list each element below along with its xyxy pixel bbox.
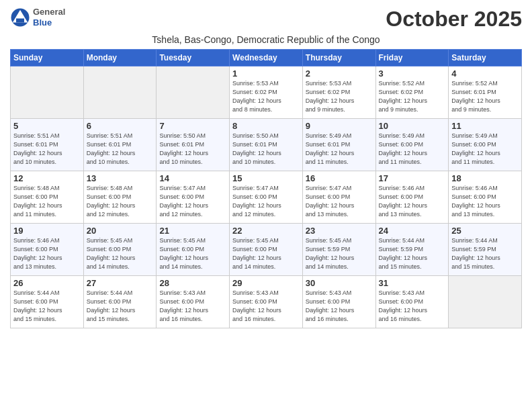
calendar-cell: 6Sunrise: 5:51 AM Sunset: 6:01 PM Daylig… (83, 119, 157, 171)
col-tuesday: Tuesday (157, 50, 230, 66)
cell-info: Sunrise: 5:50 AM Sunset: 6:01 PM Dayligh… (232, 132, 300, 167)
cell-info: Sunrise: 5:45 AM Sunset: 6:00 PM Dayligh… (232, 236, 300, 271)
calendar-cell: 9Sunrise: 5:49 AM Sunset: 6:01 PM Daylig… (302, 119, 375, 171)
calendar-cell: 11Sunrise: 5:49 AM Sunset: 6:00 PM Dayli… (449, 119, 522, 171)
calendar-cell: 10Sunrise: 5:49 AM Sunset: 6:00 PM Dayli… (375, 119, 449, 171)
col-sunday: Sunday (11, 50, 84, 66)
calendar-week-1: 5Sunrise: 5:51 AM Sunset: 6:01 PM Daylig… (11, 119, 522, 171)
day-number: 5 (13, 121, 81, 131)
cell-info: Sunrise: 5:47 AM Sunset: 6:00 PM Dayligh… (306, 184, 373, 219)
calendar-week-3: 19Sunrise: 5:46 AM Sunset: 6:00 PM Dayli… (11, 224, 522, 276)
cell-info: Sunrise: 5:43 AM Sunset: 6:00 PM Dayligh… (159, 289, 226, 324)
calendar-cell: 16Sunrise: 5:47 AM Sunset: 6:00 PM Dayli… (302, 171, 375, 224)
cell-info: Sunrise: 5:50 AM Sunset: 6:01 PM Dayligh… (159, 132, 226, 167)
cell-info: Sunrise: 5:53 AM Sunset: 6:02 PM Dayligh… (232, 79, 300, 114)
svg-rect-2 (16, 18, 24, 22)
calendar-cell: 7Sunrise: 5:50 AM Sunset: 6:01 PM Daylig… (157, 119, 230, 171)
calendar-header: Sunday Monday Tuesday Wednesday Thursday… (11, 50, 522, 66)
calendar-cell: 19Sunrise: 5:46 AM Sunset: 6:00 PM Dayli… (11, 224, 84, 276)
calendar-cell: 14Sunrise: 5:47 AM Sunset: 6:00 PM Dayli… (157, 171, 230, 224)
cell-info: Sunrise: 5:51 AM Sunset: 6:01 PM Dayligh… (87, 132, 154, 167)
subtitle: Tshela, Bas-Congo, Democratic Republic o… (10, 34, 522, 45)
day-number: 2 (306, 68, 373, 79)
day-number: 15 (232, 173, 300, 183)
calendar-cell (449, 276, 522, 328)
logo-blue-label: Blue (33, 17, 65, 28)
calendar-cell: 22Sunrise: 5:45 AM Sunset: 6:00 PM Dayli… (230, 224, 303, 276)
logo-text: General Blue (33, 7, 65, 28)
calendar-body: 1Sunrise: 5:53 AM Sunset: 6:02 PM Daylig… (11, 66, 522, 328)
calendar-cell (157, 66, 230, 119)
cell-info: Sunrise: 5:43 AM Sunset: 6:00 PM Dayligh… (232, 289, 300, 324)
cell-info: Sunrise: 5:44 AM Sunset: 5:59 PM Dayligh… (379, 236, 446, 271)
cell-info: Sunrise: 5:49 AM Sunset: 6:00 PM Dayligh… (379, 132, 446, 167)
day-number: 9 (306, 121, 373, 131)
cell-info: Sunrise: 5:44 AM Sunset: 5:59 PM Dayligh… (451, 236, 519, 271)
calendar-week-0: 1Sunrise: 5:53 AM Sunset: 6:02 PM Daylig… (11, 66, 522, 119)
cell-info: Sunrise: 5:43 AM Sunset: 6:00 PM Dayligh… (306, 289, 373, 324)
calendar-cell: 24Sunrise: 5:44 AM Sunset: 5:59 PM Dayli… (375, 224, 449, 276)
calendar-cell: 26Sunrise: 5:44 AM Sunset: 6:00 PM Dayli… (11, 276, 84, 328)
day-number: 26 (13, 278, 81, 288)
cell-info: Sunrise: 5:49 AM Sunset: 6:01 PM Dayligh… (306, 132, 373, 167)
day-number: 16 (306, 173, 373, 183)
day-number: 11 (451, 121, 519, 131)
day-number: 13 (87, 173, 154, 183)
cell-info: Sunrise: 5:45 AM Sunset: 6:00 PM Dayligh… (159, 236, 226, 271)
day-number: 19 (13, 226, 81, 236)
cell-info: Sunrise: 5:51 AM Sunset: 6:01 PM Dayligh… (13, 132, 81, 167)
calendar-cell (11, 66, 84, 119)
logo-general-label: General (33, 7, 65, 17)
cell-info: Sunrise: 5:45 AM Sunset: 6:00 PM Dayligh… (87, 236, 154, 271)
col-thursday: Thursday (302, 50, 375, 66)
calendar-cell: 23Sunrise: 5:45 AM Sunset: 5:59 PM Dayli… (302, 224, 375, 276)
calendar-cell: 27Sunrise: 5:44 AM Sunset: 6:00 PM Dayli… (83, 276, 157, 328)
calendar-cell: 30Sunrise: 5:43 AM Sunset: 6:00 PM Dayli… (302, 276, 375, 328)
calendar-cell: 3Sunrise: 5:52 AM Sunset: 6:02 PM Daylig… (375, 66, 449, 119)
cell-info: Sunrise: 5:49 AM Sunset: 6:00 PM Dayligh… (451, 132, 519, 167)
cell-info: Sunrise: 5:46 AM Sunset: 6:00 PM Dayligh… (451, 184, 519, 219)
day-number: 21 (159, 226, 226, 236)
calendar-cell: 4Sunrise: 5:52 AM Sunset: 6:01 PM Daylig… (449, 66, 522, 119)
calendar-cell: 17Sunrise: 5:46 AM Sunset: 6:00 PM Dayli… (375, 171, 449, 224)
cell-info: Sunrise: 5:44 AM Sunset: 6:00 PM Dayligh… (87, 289, 154, 324)
calendar-week-2: 12Sunrise: 5:48 AM Sunset: 6:00 PM Dayli… (11, 171, 522, 224)
calendar-cell: 20Sunrise: 5:45 AM Sunset: 6:00 PM Dayli… (83, 224, 157, 276)
day-number: 10 (379, 121, 446, 131)
cell-info: Sunrise: 5:45 AM Sunset: 5:59 PM Dayligh… (306, 236, 373, 271)
cell-info: Sunrise: 5:46 AM Sunset: 6:00 PM Dayligh… (13, 236, 81, 271)
col-friday: Friday (375, 50, 449, 66)
cell-info: Sunrise: 5:44 AM Sunset: 6:00 PM Dayligh… (13, 289, 81, 324)
day-number: 28 (159, 278, 226, 288)
logo-icon (10, 7, 30, 28)
page: General Blue October 2025 Tshela, Bas-Co… (0, 0, 532, 411)
calendar-cell: 8Sunrise: 5:50 AM Sunset: 6:01 PM Daylig… (230, 119, 303, 171)
day-number: 31 (379, 278, 446, 288)
calendar-cell: 2Sunrise: 5:53 AM Sunset: 6:02 PM Daylig… (302, 66, 375, 119)
calendar-cell: 12Sunrise: 5:48 AM Sunset: 6:00 PM Dayli… (11, 171, 84, 224)
col-wednesday: Wednesday (230, 50, 303, 66)
calendar-week-4: 26Sunrise: 5:44 AM Sunset: 6:00 PM Dayli… (11, 276, 522, 328)
logo: General Blue (10, 7, 65, 28)
calendar-cell: 5Sunrise: 5:51 AM Sunset: 6:01 PM Daylig… (11, 119, 84, 171)
day-number: 14 (159, 173, 226, 183)
calendar-cell: 18Sunrise: 5:46 AM Sunset: 6:00 PM Dayli… (449, 171, 522, 224)
day-number: 22 (232, 226, 300, 236)
day-number: 8 (232, 121, 300, 131)
day-number: 7 (159, 121, 226, 131)
day-number: 4 (451, 68, 519, 79)
calendar-table: Sunday Monday Tuesday Wednesday Thursday… (10, 49, 522, 328)
day-number: 18 (451, 173, 519, 183)
month-title: October 2025 (386, 7, 522, 32)
calendar-cell: 31Sunrise: 5:43 AM Sunset: 6:00 PM Dayli… (375, 276, 449, 328)
calendar-cell: 13Sunrise: 5:48 AM Sunset: 6:00 PM Dayli… (83, 171, 157, 224)
cell-info: Sunrise: 5:43 AM Sunset: 6:00 PM Dayligh… (379, 289, 446, 324)
day-number: 1 (232, 68, 300, 79)
calendar-cell: 25Sunrise: 5:44 AM Sunset: 5:59 PM Dayli… (449, 224, 522, 276)
day-number: 3 (379, 68, 446, 79)
cell-info: Sunrise: 5:53 AM Sunset: 6:02 PM Dayligh… (306, 79, 373, 114)
calendar-cell: 28Sunrise: 5:43 AM Sunset: 6:00 PM Dayli… (157, 276, 230, 328)
cell-info: Sunrise: 5:46 AM Sunset: 6:00 PM Dayligh… (379, 184, 446, 219)
day-number: 20 (87, 226, 154, 236)
cell-info: Sunrise: 5:52 AM Sunset: 6:01 PM Dayligh… (451, 79, 519, 114)
